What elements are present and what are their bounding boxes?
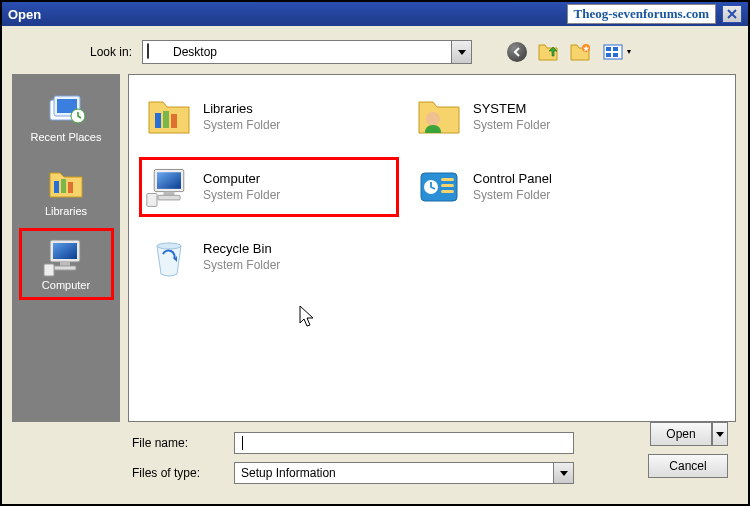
svg-rect-17 <box>54 266 76 270</box>
back-icon <box>507 42 527 62</box>
svg-rect-21 <box>171 114 177 128</box>
cancel-button[interactable]: Cancel <box>648 454 728 478</box>
new-folder-icon: ★ <box>570 42 592 62</box>
mouse-cursor-icon <box>299 305 317 329</box>
item-recycle-bin[interactable]: Recycle Bin System Folder <box>139 227 399 287</box>
look-in-label: Look in: <box>72 45 132 59</box>
svg-rect-18 <box>44 264 54 276</box>
views-icon <box>603 42 635 62</box>
places-bar: Recent Places Libraries Computer <box>12 74 120 422</box>
control-panel-icon <box>415 163 463 211</box>
chevron-down-icon <box>716 432 724 437</box>
views-button[interactable] <box>602 41 636 63</box>
svg-rect-31 <box>441 184 454 187</box>
look-in-select[interactable]: Desktop <box>142 40 472 64</box>
window-title: Open <box>8 7 41 22</box>
files-of-type-value: Setup Information <box>241 466 336 480</box>
svg-rect-26 <box>158 195 180 200</box>
computer-item-icon <box>145 163 193 211</box>
item-name: Recycle Bin <box>203 241 280 257</box>
close-icon <box>727 9 737 19</box>
files-of-type-select[interactable]: Setup Information <box>234 462 574 484</box>
item-sub: System Folder <box>203 118 280 133</box>
places-computer[interactable]: Computer <box>19 228 114 300</box>
svg-rect-32 <box>441 190 454 193</box>
svg-rect-20 <box>163 111 169 128</box>
item-control-panel[interactable]: Control Panel System Folder <box>409 157 649 217</box>
open-button-group: Open <box>650 422 728 446</box>
libraries-icon <box>42 163 90 203</box>
up-one-level-button[interactable] <box>538 41 560 63</box>
svg-rect-12 <box>61 179 66 193</box>
places-computer-label: Computer <box>42 279 90 291</box>
places-libraries-label: Libraries <box>45 205 87 217</box>
chevron-down-icon <box>560 471 568 476</box>
computer-icon <box>42 237 90 277</box>
item-sub: System Folder <box>473 188 552 203</box>
file-name-label: File name: <box>132 436 222 450</box>
files-of-type-dropdown-button[interactable] <box>553 463 573 483</box>
open-button[interactable]: Open <box>650 422 712 446</box>
svg-rect-6 <box>613 53 618 57</box>
look-in-row: Look in: Desktop ★ <box>12 36 736 74</box>
svg-rect-25 <box>163 192 174 196</box>
svg-rect-15 <box>53 243 77 259</box>
places-recent[interactable]: Recent Places <box>19 80 114 152</box>
item-name: Computer <box>203 171 280 187</box>
new-folder-button[interactable]: ★ <box>570 41 592 63</box>
chevron-down-icon <box>458 50 466 55</box>
item-name: Control Panel <box>473 171 552 187</box>
close-button[interactable] <box>722 5 742 23</box>
folder-up-icon <box>538 42 560 62</box>
file-name-input[interactable] <box>234 432 574 454</box>
back-button[interactable] <box>506 41 528 63</box>
watermark: Theog-sevenforums.com <box>567 4 716 24</box>
svg-rect-4 <box>613 47 618 51</box>
item-system[interactable]: SYSTEM System Folder <box>409 87 649 147</box>
places-libraries[interactable]: Libraries <box>19 154 114 226</box>
svg-point-33 <box>157 243 181 249</box>
svg-rect-27 <box>147 193 157 206</box>
svg-rect-11 <box>54 181 59 193</box>
item-name: Libraries <box>203 101 280 117</box>
look-in-value: Desktop <box>173 45 217 59</box>
folder-system-icon <box>415 93 463 141</box>
svg-text:★: ★ <box>583 45 590 52</box>
recycle-bin-icon <box>145 233 193 281</box>
svg-rect-3 <box>606 47 611 51</box>
item-name: SYSTEM <box>473 101 550 117</box>
open-button-dropdown[interactable] <box>712 422 728 446</box>
item-libraries[interactable]: Libraries System Folder <box>139 87 399 147</box>
svg-rect-5 <box>606 53 611 57</box>
places-recent-label: Recent Places <box>31 131 102 143</box>
title-bar: Open Theog-sevenforums.com <box>2 2 748 26</box>
item-computer[interactable]: Computer System Folder <box>139 157 399 217</box>
item-sub: System Folder <box>203 258 280 273</box>
desktop-icon <box>147 44 167 60</box>
file-listing[interactable]: Libraries System Folder SYSTEM System Fo… <box>128 74 736 422</box>
svg-rect-16 <box>60 262 70 266</box>
files-of-type-label: Files of type: <box>132 466 222 480</box>
item-sub: System Folder <box>473 118 550 133</box>
open-dialog: Open Theog-sevenforums.com Look in: Desk… <box>0 0 750 506</box>
folder-libraries-icon <box>145 93 193 141</box>
svg-rect-13 <box>68 182 73 193</box>
svg-rect-19 <box>155 113 161 128</box>
item-sub: System Folder <box>203 188 280 203</box>
svg-rect-30 <box>441 178 454 181</box>
look-in-dropdown-button[interactable] <box>451 41 471 63</box>
svg-point-22 <box>426 112 440 126</box>
recent-places-icon <box>42 89 90 129</box>
svg-rect-24 <box>157 172 181 189</box>
